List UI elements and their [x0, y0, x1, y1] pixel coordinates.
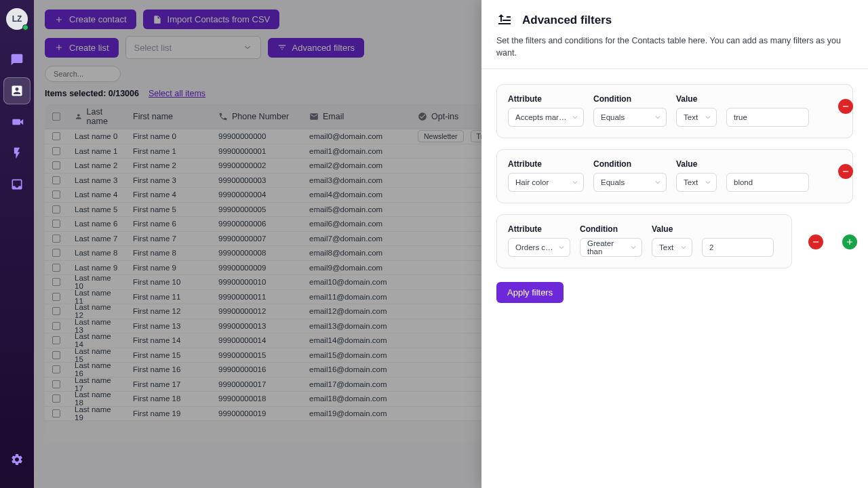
gear-icon [10, 453, 24, 466]
apply-filters-button[interactable]: Apply filters [496, 282, 564, 303]
filter-attribute-select[interactable]: Orders count [508, 238, 570, 257]
filter-value-spacer [726, 94, 809, 104]
svg-rect-0 [843, 106, 848, 106]
chevron-down-icon [679, 243, 688, 251]
add-filter-button[interactable] [842, 235, 857, 249]
plus-icon [845, 237, 854, 247]
remove-filter-button[interactable] [838, 99, 853, 114]
filter-value-label: Value [676, 159, 717, 169]
filter-attribute-select[interactable]: Accepts marketi... [508, 108, 584, 127]
avatar-wrap[interactable]: LZ [6, 8, 28, 30]
inbox-icon [10, 178, 24, 191]
filter-type-select[interactable]: Text [676, 173, 717, 192]
filter-card: Attribute Hair color Condition Equals Va… [496, 149, 853, 203]
main: Create contact Import Contacts from CSV … [34, 0, 868, 488]
nav-automation[interactable] [3, 140, 31, 167]
sort-icon [496, 12, 513, 28]
filter-card: Attribute Orders count Condition Greater… [496, 214, 792, 268]
remove-filter-button[interactable] [838, 164, 853, 179]
filter-value-spacer [702, 224, 774, 234]
chevron-down-icon [704, 178, 712, 186]
advanced-filters-drawer: Advanced filters Set the filters and con… [481, 0, 868, 488]
chevron-down-icon [654, 113, 662, 121]
minus-icon [841, 102, 850, 111]
filter-type-select[interactable]: Text [676, 108, 717, 127]
chat-icon [10, 53, 24, 66]
filter-condition-label: Condition [593, 94, 667, 104]
contacts-icon [10, 84, 24, 98]
filter-value-input[interactable] [726, 173, 809, 192]
nav-broadcast[interactable] [3, 108, 31, 136]
chevron-down-icon [571, 113, 579, 121]
chevron-down-icon [557, 243, 566, 251]
svg-rect-1 [843, 171, 848, 171]
bolt-icon [10, 146, 24, 160]
sidebar: LZ [0, 0, 34, 488]
drawer-title: Advanced filters [522, 14, 612, 27]
filter-value-input[interactable] [726, 108, 809, 127]
status-dot [22, 24, 28, 30]
filter-value-label: Value [652, 224, 692, 234]
filter-value-input[interactable] [702, 238, 774, 257]
filter-condition-label: Condition [580, 224, 642, 234]
nav-contacts[interactable] [3, 77, 31, 104]
filter-type-select[interactable]: Text [652, 238, 692, 257]
svg-rect-2 [813, 241, 818, 242]
filter-value-label: Value [676, 94, 717, 104]
remove-filter-button[interactable] [808, 235, 823, 249]
nav-inbox[interactable] [3, 171, 31, 198]
filter-condition-select[interactable]: Equals [593, 173, 667, 192]
chevron-down-icon [571, 178, 579, 186]
filter-attribute-label: Attribute [508, 159, 584, 169]
nav-chat[interactable] [3, 46, 31, 73]
filter-attribute-label: Attribute [508, 94, 584, 104]
filter-card: Attribute Accepts marketi... Condition E… [496, 84, 853, 138]
filter-condition-select[interactable]: Greater than [580, 238, 642, 257]
drawer-description: Set the filters and conditions for the C… [496, 35, 853, 59]
filter-condition-label: Condition [593, 159, 667, 169]
filter-attribute-select[interactable]: Hair color [508, 173, 584, 192]
minus-icon [841, 167, 850, 176]
chevron-down-icon [654, 178, 662, 186]
filter-value-spacer [726, 159, 809, 169]
nav-settings[interactable] [3, 446, 31, 473]
megaphone-icon [10, 115, 24, 129]
filter-attribute-label: Attribute [508, 224, 570, 234]
chevron-down-icon [629, 243, 637, 251]
filter-condition-select[interactable]: Equals [593, 108, 667, 127]
chevron-down-icon [704, 113, 712, 121]
minus-icon [811, 237, 821, 247]
